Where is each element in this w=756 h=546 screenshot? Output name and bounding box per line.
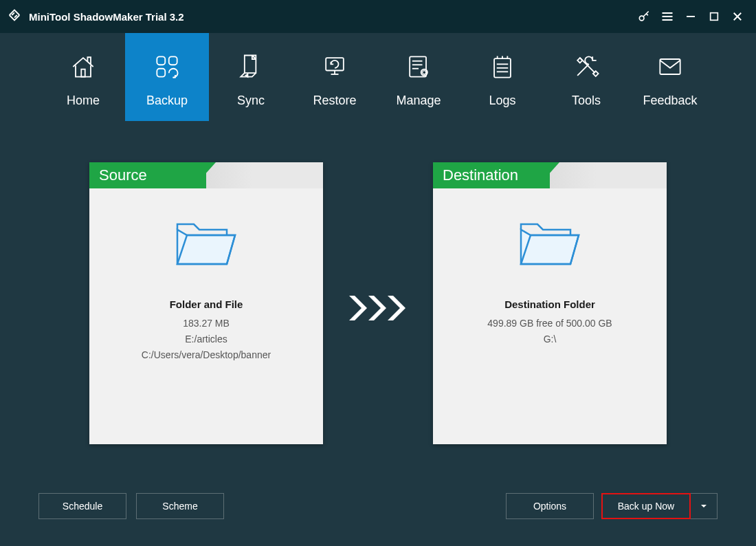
nav-label: Tools (572, 94, 601, 108)
minimize-button[interactable] (679, 0, 702, 33)
nav-label: Sync (237, 94, 265, 108)
bottom-toolbar: Schedule Scheme Options Back up Now (0, 492, 756, 520)
source-size: 183.27 MB (89, 317, 323, 330)
nav-manage[interactable]: Manage (377, 33, 460, 121)
nav-logs[interactable]: Logs (460, 33, 544, 121)
nav-label: Manage (396, 94, 441, 108)
close-button[interactable] (726, 0, 749, 33)
source-card[interactable]: Source Folder and File 183.27 MB E:/arti… (89, 162, 323, 444)
folder-icon (89, 216, 323, 274)
nav-restore[interactable]: Restore (293, 33, 377, 121)
restore-icon (320, 47, 350, 87)
folder-icon (433, 216, 667, 274)
destination-tab-label: Destination (433, 162, 550, 188)
chevron-down-icon (700, 502, 708, 510)
nav-backup[interactable]: Backup (125, 33, 209, 121)
titlebar: MiniTool ShadowMaker Trial 3.2 (0, 0, 756, 33)
backup-now-button[interactable]: Back up Now (601, 493, 691, 519)
nav-sync[interactable]: Sync (209, 33, 293, 121)
key-icon[interactable] (632, 0, 656, 33)
options-button[interactable]: Options (506, 493, 594, 519)
nav-label: Backup (146, 94, 188, 108)
svg-rect-8 (81, 69, 85, 76)
destination-tab-header: Destination (433, 162, 667, 188)
home-icon (68, 47, 98, 87)
content-area: Source Folder and File 183.27 MB E:/arti… (0, 121, 756, 465)
app-logo-icon (7, 8, 22, 25)
scheme-button[interactable]: Scheme (136, 493, 224, 519)
backup-icon (152, 47, 182, 87)
backup-now-dropdown[interactable] (690, 493, 718, 519)
nav-label: Home (67, 94, 100, 108)
arrows-icon (348, 293, 410, 323)
source-path-1: E:/articles (89, 333, 323, 346)
svg-rect-11 (157, 68, 165, 76)
destination-path: G:\ (433, 333, 667, 346)
feedback-icon (655, 47, 685, 87)
svg-rect-9 (157, 56, 165, 65)
nav-label: Restore (313, 94, 356, 108)
destination-free: 499.89 GB free of 500.00 GB (433, 317, 667, 330)
nav-label: Logs (489, 94, 515, 108)
nav-tools[interactable]: Tools (544, 33, 628, 121)
app-title: MiniTool ShadowMaker Trial 3.2 (29, 11, 184, 23)
nav-home[interactable]: Home (41, 33, 125, 121)
svg-rect-23 (660, 59, 680, 74)
hamburger-menu-icon[interactable] (656, 0, 679, 33)
nav-label: Feedback (643, 94, 697, 108)
nav-feedback[interactable]: Feedback (628, 33, 712, 121)
svg-rect-10 (169, 56, 177, 65)
tools-icon (571, 47, 601, 87)
sync-icon (236, 47, 266, 87)
source-tab-header: Source (89, 162, 323, 188)
svg-rect-5 (711, 13, 718, 21)
manage-icon (403, 47, 434, 87)
schedule-button[interactable]: Schedule (38, 493, 126, 519)
main-nav: Home Backup Sync Restore (0, 33, 756, 121)
destination-card[interactable]: Destination Destination Folder 499.89 GB… (433, 162, 667, 444)
destination-title: Destination Folder (433, 298, 667, 310)
source-title: Folder and File (89, 298, 323, 310)
source-path-2: C:/Users/vera/Desktop/banner (89, 349, 323, 362)
maximize-button[interactable] (702, 0, 726, 33)
logs-icon (487, 47, 518, 87)
svg-point-0 (639, 16, 644, 21)
source-tab-label: Source (89, 162, 206, 188)
